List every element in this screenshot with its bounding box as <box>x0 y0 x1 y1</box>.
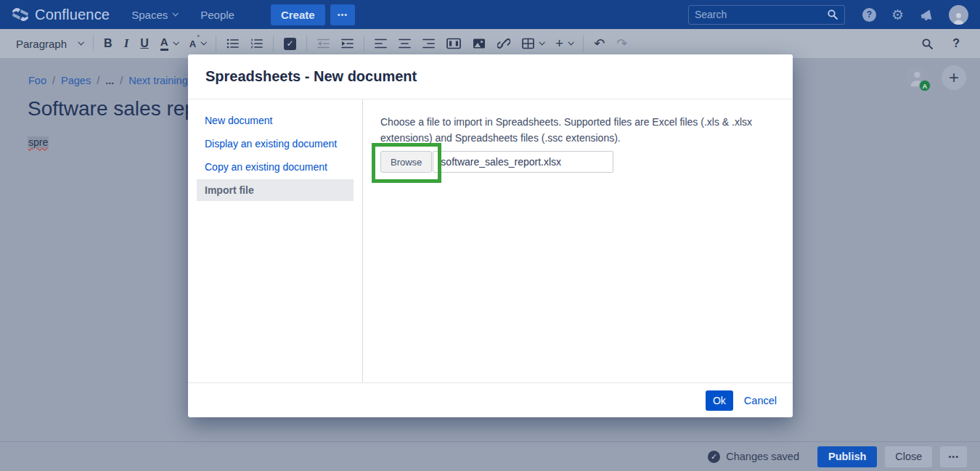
person-icon <box>952 11 965 25</box>
breadcrumb-link-next-training[interactable]: Next training <box>128 75 187 86</box>
sidebar-item-display-existing[interactable]: Display an existing document <box>197 133 354 155</box>
file-picker-row: Browse <box>380 151 775 173</box>
nav-people-label: People <box>200 9 234 21</box>
close-button[interactable]: Close <box>885 446 932 467</box>
find-replace-button[interactable] <box>915 33 939 54</box>
insert-table-dropdown[interactable] <box>516 33 550 54</box>
undo-button[interactable]: ↶ <box>588 33 611 54</box>
help-icon[interactable]: ? <box>862 8 876 22</box>
user-status-badge: A <box>919 80 931 91</box>
search-icon <box>921 38 934 50</box>
dialog-content: Choose a file to import in Spreadsheets.… <box>363 99 793 382</box>
check-circle-icon: ✓ <box>708 451 720 463</box>
dialog-body: New document Display an existing documen… <box>188 99 793 382</box>
cancel-button[interactable]: Cancel <box>744 395 777 406</box>
editor-body-text[interactable]: spre <box>28 136 49 148</box>
insert-more-dropdown[interactable]: + <box>550 33 579 54</box>
paragraph-style-label: Paragraph <box>16 38 67 50</box>
toolbar-separator <box>216 36 216 52</box>
sidebar-item-import-file[interactable]: Import file <box>197 179 354 201</box>
plus-icon: + <box>949 67 959 88</box>
chevron-down-icon <box>568 39 574 45</box>
toolbar-separator <box>306 36 307 52</box>
help-glyph: ? <box>867 9 872 20</box>
file-name-input[interactable] <box>433 151 613 173</box>
browse-button[interactable]: Browse <box>380 151 432 173</box>
save-status-label: Changes saved <box>726 451 799 462</box>
dialog-title: Spreadsheets - New document <box>205 68 417 85</box>
sidebar-item-new-document[interactable]: New document <box>197 110 354 131</box>
nav-avatar[interactable] <box>949 5 968 25</box>
confluence-logo-icon <box>12 7 29 22</box>
nav-more-button[interactable]: ••• <box>330 4 356 25</box>
megaphone-icon[interactable] <box>919 8 934 22</box>
redo-icon: ↷ <box>616 36 627 52</box>
chevron-down-icon <box>78 39 84 45</box>
more-formatting-dropdown[interactable]: A˚ <box>184 33 211 54</box>
italic-button[interactable]: I <box>118 33 135 54</box>
chevron-down-icon <box>201 39 207 45</box>
breadcrumb-ellipsis[interactable]: ... <box>105 75 114 86</box>
dialog-footer: Ok Cancel <box>188 382 793 417</box>
search-icon <box>827 9 838 20</box>
align-left-icon <box>375 38 387 49</box>
task-checkbox-icon: ✓ <box>284 38 296 50</box>
spreadsheets-dialog: Spreadsheets - New document New document… <box>188 54 793 417</box>
indent-icon <box>341 38 354 49</box>
question-mark-icon: ? <box>952 37 960 50</box>
toolbar-separator <box>93 36 94 52</box>
toolbar-right-group: ? <box>915 33 976 54</box>
search-input[interactable] <box>695 9 827 20</box>
nav-people[interactable]: People <box>200 9 234 21</box>
confluence-logo[interactable]: Confluence <box>12 7 110 23</box>
create-button[interactable]: Create <box>271 4 325 25</box>
align-center-button[interactable] <box>393 33 417 54</box>
page-title[interactable]: Software sales rep <box>28 97 196 120</box>
dialog-header: Spreadsheets - New document <box>188 54 793 99</box>
underline-button[interactable]: U <box>134 33 155 54</box>
insert-image-button[interactable] <box>467 33 491 54</box>
redo-button[interactable]: ↷ <box>611 33 633 54</box>
chevron-down-icon <box>173 10 179 16</box>
table-icon <box>522 38 534 49</box>
chevron-down-icon <box>173 39 179 45</box>
indent-button[interactable] <box>335 33 359 54</box>
page-layout-button[interactable] <box>441 33 467 54</box>
breadcrumb-separator: / <box>120 75 123 86</box>
top-nav-bar: Confluence Spaces People Create ••• ? ⚙ <box>0 0 980 29</box>
bullet-list-button[interactable] <box>221 33 245 54</box>
outdent-button[interactable] <box>311 33 335 54</box>
numbered-list-button[interactable] <box>245 33 269 54</box>
chevron-down-icon <box>539 39 545 45</box>
breadcrumb-separator: / <box>97 75 99 86</box>
insert-link-button[interactable] <box>491 33 516 54</box>
align-left-button[interactable] <box>369 33 393 54</box>
nav-spaces[interactable]: Spaces <box>131 9 177 21</box>
dialog-sidebar: New document Display an existing documen… <box>188 99 363 382</box>
task-list-button[interactable]: ✓ <box>278 33 302 54</box>
nav-spaces-label: Spaces <box>131 9 168 21</box>
paragraph-style-dropdown[interactable]: Paragraph <box>10 33 89 54</box>
bold-button[interactable]: B <box>98 33 118 54</box>
align-center-icon <box>399 38 411 49</box>
breadcrumb: Foo / Pages / ... / Next training <box>28 75 188 86</box>
editing-user-avatar[interactable]: A <box>906 66 928 89</box>
ok-button[interactable]: Ok <box>706 390 733 411</box>
publish-button[interactable]: Publish <box>817 446 877 467</box>
sidebar-item-copy-existing[interactable]: Copy an existing document <box>197 156 354 178</box>
invite-user-button[interactable]: + <box>942 65 966 90</box>
image-icon <box>473 38 486 49</box>
align-right-button[interactable] <box>417 33 441 54</box>
editor-help-button[interactable]: ? <box>947 33 965 54</box>
editor-toolbar: Paragraph B I U A A˚ <box>0 29 980 58</box>
breadcrumb-link-foo[interactable]: Foo <box>28 75 46 86</box>
link-icon <box>497 38 510 49</box>
import-description: Choose a file to import in Spreadsheets.… <box>380 115 755 146</box>
nav-search-box[interactable] <box>688 5 845 25</box>
editor-bottom-bar: ✓ Changes saved Publish Close ••• <box>0 441 980 471</box>
gear-icon[interactable]: ⚙ <box>891 8 904 22</box>
text-color-dropdown[interactable]: A <box>155 33 184 54</box>
bottom-more-button[interactable]: ••• <box>940 446 967 467</box>
breadcrumb-separator: / <box>52 75 55 86</box>
breadcrumb-link-pages[interactable]: Pages <box>61 75 91 86</box>
